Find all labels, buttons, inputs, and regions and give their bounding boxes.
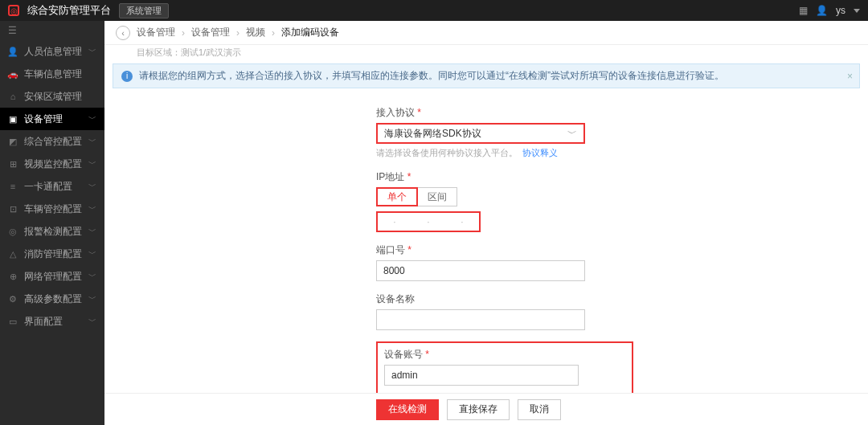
sidebar-item-network[interactable]: ⊕网络管理配置﹀ [0,265,104,288]
ui-icon: ▭ [8,317,18,326]
info-alert: i 请根据您的组网方式，选择合适的接入协议，并填写相应的连接参数。同时您可以通过… [113,63,860,88]
cancel-button[interactable]: 取消 [518,399,561,420]
label-ip: IP地址 [376,170,633,184]
target-zone: 目标区域：测试1/武汉演示 [104,45,868,63]
label-port: 端口号 [376,243,633,257]
device-icon: ▣ [8,114,18,124]
chevron-down-icon: ﹀ [88,158,96,170]
footer-actions: 在线检测 直接保存 取消 [104,393,868,425]
label-protocol: 接入协议 [376,106,633,120]
sidebar-item-security-zone[interactable]: ⌂安保区域管理 [0,85,104,108]
grid-icon: ◩ [8,137,18,146]
chevron-down-icon: ﹀ [88,181,96,192]
ip-mode-range[interactable]: 区间 [418,187,457,206]
port-input[interactable] [376,260,585,281]
label-account: 设备账号 [384,348,625,362]
fire-icon: △ [8,249,18,259]
ip-mode-single[interactable]: 单个 [376,187,418,206]
sidebar-item-video[interactable]: ⊞视频监控配置﹀ [0,153,104,175]
device-name-input[interactable] [376,309,585,330]
module-tag[interactable]: 系统管理 [119,3,169,18]
sidebar-item-integrated[interactable]: ◩综合管控配置﹀ [0,130,104,153]
alert-text: 请根据您的组网方式，选择合适的接入协议，并填写相应的连接参数。同时您可以通过“在… [139,69,724,83]
sidebar-item-card[interactable]: ≡一卡通配置﹀ [0,175,104,198]
ip-input[interactable]: ··· [376,211,481,232]
home-icon: ⌂ [8,92,18,101]
account-input[interactable] [384,365,579,386]
sidebar-item-person[interactable]: 👤人员信息管理﹀ [0,40,104,63]
chevron-down-icon: ﹀ [88,271,96,282]
sidebar-item-advanced[interactable]: ⚙高级参数配置﹀ [0,288,104,310]
sidebar: ☰ 👤人员信息管理﹀ 🚗车辆信息管理 ⌂安保区域管理 ▣设备管理﹀ ◩综合管控配… [0,21,104,425]
chevron-down-icon: ﹀ [88,113,96,125]
top-bar: ◎ 综合安防管理平台 系统管理 ▦ 👤 ys [0,0,868,21]
sidebar-item-ui[interactable]: ▭界面配置﹀ [0,310,104,333]
sidebar-item-vehicle-ctrl[interactable]: ⊡车辆管控配置﹀ [0,198,104,220]
save-button[interactable]: 直接保存 [447,399,510,420]
sidebar-toggle[interactable]: ☰ [0,21,104,40]
video-icon: ⊞ [8,159,18,169]
chevron-down-icon: ﹀ [88,203,96,215]
chevron-down-icon: ﹀ [88,248,96,259]
net-icon: ⊕ [8,272,18,281]
protocol-help-link[interactable]: 协议释义 [522,148,558,157]
chevron-down-icon: ﹀ [88,46,96,57]
person-icon: 👤 [8,47,18,56]
user-name[interactable]: ys [836,5,845,16]
crumb-3[interactable]: 视频 [246,26,265,39]
sidebar-item-fire[interactable]: △消防管理配置﹀ [0,243,104,265]
main-panel: ‹ 设备管理› 设备管理› 视频› 添加编码设备 目标区域：测试1/武汉演示 i… [104,21,868,425]
online-check-button[interactable]: 在线检测 [376,399,439,420]
chevron-down-icon: ﹀ [88,316,96,327]
crumb-2[interactable]: 设备管理 [191,26,230,39]
sidebar-item-device[interactable]: ▣设备管理﹀ [0,108,104,130]
car2-icon: ⊡ [8,204,18,214]
sidebar-item-vehicle[interactable]: 🚗车辆信息管理 [0,63,104,85]
label-name: 设备名称 [376,292,633,306]
credentials-highlight: 设备账号 登录密码 [376,341,633,393]
chevron-down-icon: ﹀ [567,127,577,141]
alarm-icon: ◎ [8,227,18,236]
protocol-hint: 请选择设备使用何种协议接入平台。协议释义 [376,147,633,159]
gear-icon: ⚙ [8,294,18,304]
card-icon: ≡ [8,182,18,191]
car-icon: 🚗 [8,69,18,79]
chevron-down-icon: ﹀ [88,226,96,237]
breadcrumb: ‹ 设备管理› 设备管理› 视频› 添加编码设备 [104,21,868,45]
protocol-select[interactable]: 海康设备网络SDK协议 ﹀ [376,123,585,144]
sidebar-item-alarm[interactable]: ◎报警检测配置﹀ [0,220,104,243]
grid-icon[interactable]: ▦ [799,5,808,16]
info-icon: i [121,71,133,82]
close-icon[interactable]: × [847,71,853,82]
chevron-down-icon: ﹀ [88,136,96,147]
back-button[interactable]: ‹ [116,26,130,40]
logo-icon: ◎ [8,5,19,16]
user-icon[interactable]: 👤 [816,5,828,16]
chevron-down-icon: ﹀ [88,293,96,304]
brand-title: 综合安防管理平台 [27,3,111,18]
crumb-1[interactable]: 设备管理 [137,26,175,39]
crumb-current: 添加编码设备 [281,26,339,39]
chevron-down-icon[interactable] [854,9,860,13]
